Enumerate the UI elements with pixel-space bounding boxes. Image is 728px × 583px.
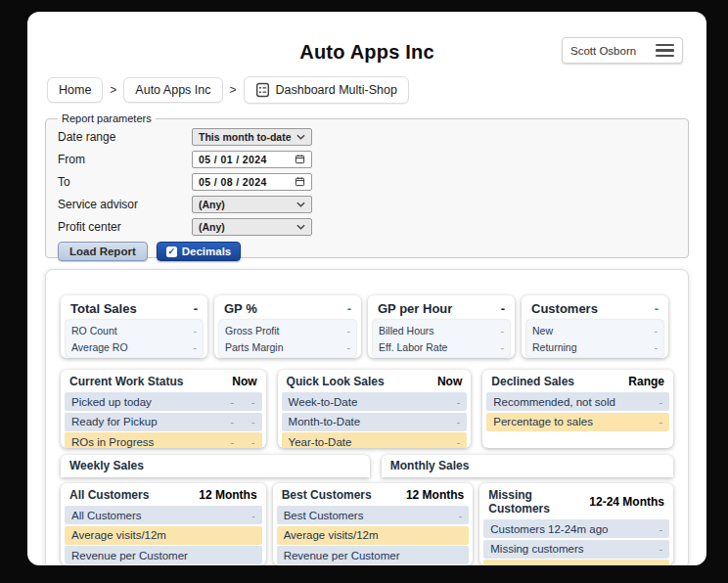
service-advisor-row: Service advisor (Any) xyxy=(58,194,676,214)
status-card-row: Current Work Status Now Picked up today … xyxy=(61,370,673,448)
breadcrumb-company[interactable]: Auto Apps Inc xyxy=(123,77,222,103)
to-date-input[interactable]: 05 / 08 / 2024 xyxy=(192,173,312,191)
desktop-background: { "colors": { "accent_blue": "#1d4fa3", … xyxy=(0,0,728,583)
chart-card-row: Weekly Sales Monthly Sales xyxy=(61,455,673,477)
status-row: All Customers - xyxy=(65,506,262,524)
metric-row: Parts Margin - xyxy=(219,338,356,355)
service-advisor-select[interactable]: (Any) xyxy=(192,196,312,213)
card-title: Best Customers xyxy=(282,488,372,502)
card-title: Quick Look Sales xyxy=(287,375,385,388)
breadcrumb: Home > Auto Apps Inc > Dashboard Multi-S… xyxy=(47,76,706,103)
load-report-button[interactable]: Load Report xyxy=(58,242,148,261)
card-title: Customers xyxy=(531,301,598,316)
card-value: - xyxy=(501,301,505,316)
chevron-down-icon xyxy=(296,202,305,207)
status-row-highlighted: Percentage to sales - xyxy=(486,413,669,431)
status-row-highlighted: Year-to-Date - xyxy=(282,432,468,448)
gp-percent-card[interactable]: GP % - Gross Profit - Parts Margin - xyxy=(214,295,361,358)
calendar-icon[interactable] xyxy=(295,176,305,187)
status-row: Revenue per Customer xyxy=(277,546,470,564)
card-title: Monthly Sales xyxy=(390,459,470,472)
user-name: Scott Osborn xyxy=(570,45,636,57)
service-advisor-label: Service advisor xyxy=(58,198,192,211)
customers-card[interactable]: Customers - New - Returning - xyxy=(522,295,668,358)
status-row-highlighted: Attrition rate - xyxy=(483,560,669,565)
quick-look-sales-card[interactable]: Quick Look Sales Now Week-to-Date - Mont… xyxy=(278,370,472,448)
profit-center-select[interactable]: (Any) xyxy=(192,218,312,236)
status-row: Revenue per Customer xyxy=(65,546,262,564)
current-work-status-card[interactable]: Current Work Status Now Picked up today … xyxy=(61,370,266,448)
all-customers-card[interactable]: All Customers 12 Months All Customers - … xyxy=(61,483,266,565)
card-title: Weekly Sales xyxy=(69,459,144,472)
status-row-highlighted: Average visits/12m xyxy=(277,526,470,545)
metric-row: Returning - xyxy=(526,338,663,355)
from-date-row: From 05 / 01 / 2024 xyxy=(58,149,676,169)
status-row: Customers 12-24m ago - xyxy=(483,519,669,538)
profit-center-row: Profit center (Any) xyxy=(58,216,676,237)
card-range-label: Now xyxy=(232,375,256,388)
dashboard-report-icon xyxy=(255,82,270,98)
card-range-label: Now xyxy=(437,375,462,388)
metric-row: Eff. Labor Rate - xyxy=(373,338,510,355)
profit-center-label: Profit center xyxy=(58,220,192,234)
card-title: All Customers xyxy=(69,488,149,502)
status-row: Picked up today -- xyxy=(65,392,262,411)
card-title: Declined Sales xyxy=(491,375,574,388)
calendar-icon[interactable] xyxy=(295,154,305,164)
status-row: Recommended, not sold - xyxy=(486,392,669,411)
status-row: Best Customers - xyxy=(277,506,470,524)
decimals-toggle-button[interactable]: ✓ Decimals xyxy=(157,242,242,261)
customer-card-row: All Customers 12 Months All Customers - … xyxy=(61,483,673,565)
metric-row: Billed Hours - xyxy=(373,322,510,338)
gp-per-hour-card[interactable]: GP per Hour - Billed Hours - Eff. Labor … xyxy=(368,295,515,358)
card-range-label: 12 Months xyxy=(199,488,256,502)
metric-row: Gross Profit - xyxy=(219,322,356,338)
date-range-label: Date range xyxy=(58,130,192,144)
from-label: From xyxy=(58,153,192,166)
monthly-sales-card[interactable]: Monthly Sales xyxy=(382,455,673,477)
card-range-label: Range xyxy=(628,375,664,388)
metric-row: RO Count - xyxy=(66,322,203,338)
card-range-label: 12-24 Months xyxy=(589,495,664,509)
card-title: GP % xyxy=(224,301,257,316)
status-row: Missing customers - xyxy=(483,540,669,559)
app-window: Auto Apps Inc Scott Osborn Home > Auto A… xyxy=(27,12,706,565)
metric-card-row: Total Sales - RO Count - Average RO - xyxy=(61,295,673,358)
weekly-sales-card[interactable]: Weekly Sales xyxy=(61,455,370,477)
hamburger-menu-icon[interactable] xyxy=(656,44,674,58)
card-value: - xyxy=(347,301,351,316)
total-sales-card[interactable]: Total Sales - RO Count - Average RO - xyxy=(61,295,207,358)
card-title: GP per Hour xyxy=(378,301,452,316)
date-range-select[interactable]: This month to-date xyxy=(192,128,312,146)
declined-sales-card[interactable]: Declined Sales Range Recommended, not so… xyxy=(482,370,673,448)
parameter-buttons: Load Report ✓ Decimals xyxy=(58,242,676,261)
breadcrumb-dashboard-multi-shop[interactable]: Dashboard Multi-Shop xyxy=(244,76,409,104)
status-row: Month-to-Date - xyxy=(282,413,468,431)
checkbox-checked-icon: ✓ xyxy=(166,247,177,257)
chevron-down-icon xyxy=(296,224,305,230)
status-row: Ready for Pickup -- xyxy=(65,413,262,431)
card-range-label: 12 Months xyxy=(406,488,464,502)
card-title: Total Sales xyxy=(70,301,137,316)
breadcrumb-separator: > xyxy=(230,83,237,97)
breadcrumb-home[interactable]: Home xyxy=(47,77,103,103)
dashboard-panel: Total Sales - RO Count - Average RO - xyxy=(45,269,689,565)
card-value: - xyxy=(194,301,198,316)
metric-row: Average RO - xyxy=(66,338,203,355)
from-date-input[interactable]: 05 / 01 / 2024 xyxy=(192,151,312,168)
status-row-highlighted: Average visits/12m xyxy=(65,526,262,545)
card-title: Current Work Status xyxy=(69,375,183,388)
status-row-highlighted: ROs in Progress -- xyxy=(65,432,262,448)
chevron-down-icon xyxy=(296,134,305,140)
status-row: Week-to-Date - xyxy=(282,392,468,411)
missing-customers-card[interactable]: Missing Customers 12-24 Months Customers… xyxy=(479,483,673,565)
report-parameters-legend: Report parameters xyxy=(58,112,156,124)
user-menu[interactable]: Scott Osborn xyxy=(562,37,683,64)
date-range-row: Date range This month to-date xyxy=(58,126,676,147)
card-value: - xyxy=(655,301,659,316)
best-customers-card[interactable]: Best Customers 12 Months Best Customers … xyxy=(273,483,474,565)
card-title: Missing Customers xyxy=(488,488,589,516)
breadcrumb-separator: > xyxy=(110,83,116,97)
to-date-row: To 05 / 08 / 2024 xyxy=(58,171,676,192)
metric-row: New - xyxy=(526,322,663,338)
